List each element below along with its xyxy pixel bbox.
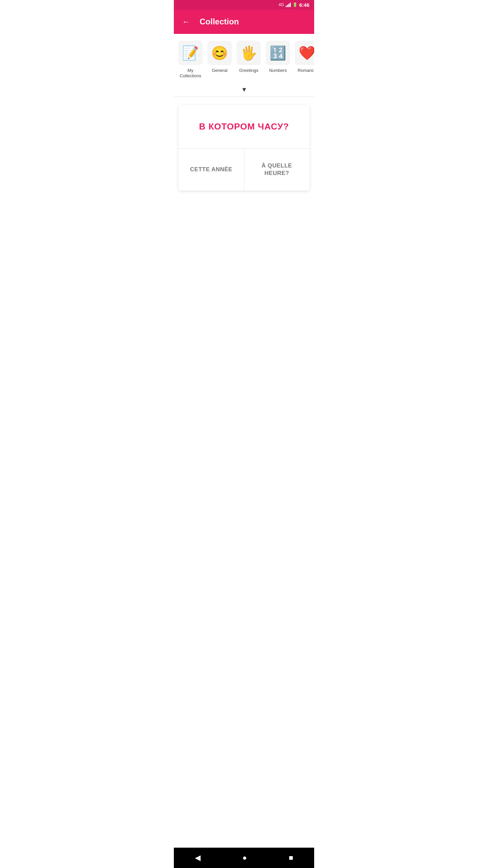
status-time: 6:46 bbox=[299, 2, 309, 8]
flashcard-question-text: В КОТОРОМ ЧАСУ? bbox=[199, 121, 289, 132]
flashcard: В КОТОРОМ ЧАСУ? CETTE ANNÉE À QUELLE HEU… bbox=[179, 105, 309, 191]
chevron-row: ▾ bbox=[174, 84, 314, 97]
category-item-greetings[interactable]: 🖐️Greetings bbox=[236, 41, 262, 78]
back-button[interactable]: ← bbox=[179, 15, 193, 28]
flashcard-area: В КОТОРОМ ЧАСУ? CETTE ANNÉE À QUELLE HEU… bbox=[174, 97, 314, 191]
status-bar: 4G 🔋 6:46 bbox=[174, 0, 314, 9]
category-icon-numbers: 🔢 bbox=[266, 41, 290, 65]
category-item-my-collections[interactable]: 📝My Collections bbox=[177, 41, 204, 78]
category-label-numbers: Numbers bbox=[269, 68, 287, 73]
app-bar-title: Collection bbox=[200, 17, 239, 26]
category-label-romance: Romance bbox=[298, 68, 314, 73]
category-icon-greetings: 🖐️ bbox=[237, 41, 261, 65]
status-icons: 4G 🔋 6:46 bbox=[279, 2, 309, 8]
flashcard-answers: CETTE ANNÉE À QUELLE HEURE? bbox=[179, 149, 309, 191]
signal-icon: 4G bbox=[279, 2, 284, 7]
expand-icon[interactable]: ▾ bbox=[242, 85, 246, 94]
category-icon-romance: ❤️ bbox=[295, 41, 314, 65]
category-label-greetings: Greetings bbox=[239, 68, 258, 73]
category-icon-general: 😊 bbox=[207, 41, 232, 65]
app-bar: ← Collection bbox=[174, 9, 314, 34]
battery-icon: 🔋 bbox=[292, 2, 298, 7]
category-scroll: 📝My Collections😊General🖐️Greetings🔢Numbe… bbox=[174, 34, 314, 84]
category-item-general[interactable]: 😊General bbox=[206, 41, 233, 78]
flashcard-question: В КОТОРОМ ЧАСУ? bbox=[179, 105, 309, 149]
signal-bars bbox=[286, 2, 291, 7]
category-icon-my-collections: 📝 bbox=[178, 41, 203, 65]
category-label-my-collections: My Collections bbox=[177, 68, 204, 78]
category-item-romance[interactable]: ❤️Romance bbox=[294, 41, 314, 78]
answer-left-button[interactable]: CETTE ANNÉE bbox=[179, 149, 244, 191]
category-item-numbers[interactable]: 🔢Numbers bbox=[265, 41, 291, 78]
category-label-general: General bbox=[212, 68, 227, 73]
answer-right-button[interactable]: À QUELLE HEURE? bbox=[244, 149, 310, 191]
